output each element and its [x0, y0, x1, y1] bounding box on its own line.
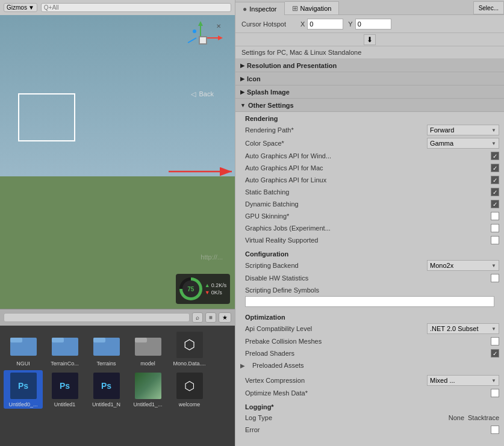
logging-header: Logging*	[235, 401, 504, 412]
preloaded-assets-arrow: ▶	[240, 362, 247, 369]
log-type-label: Log Type	[240, 414, 449, 421]
graphics-jobs-row: Graphics Jobs (Experiment...	[235, 222, 504, 234]
section-other[interactable]: ▼ Other Settings	[235, 99, 504, 112]
auto-graphics-windows-checkbox[interactable]	[491, 152, 499, 160]
optimize-mesh-value	[491, 389, 499, 397]
stat-up-row: ▲ 0.2K/s	[205, 282, 226, 288]
scripting-backend-row: Scripting Backend Mono2x ▼	[235, 259, 504, 272]
optimize-mesh-checkbox[interactable]	[491, 389, 499, 397]
vertex-compression-dropdown[interactable]: Mixed ... ▼	[427, 375, 499, 386]
file-item-monodata[interactable]: ⬡ Mono.Data....	[170, 329, 209, 368]
error-row: Error	[235, 424, 504, 436]
x-input[interactable]	[307, 19, 343, 29]
vr-supported-label: Virtual Reality Supported	[240, 237, 491, 244]
file-label-terrainco: TerrainCo...	[51, 361, 79, 367]
prebake-row: Prebake Collision Meshes	[235, 335, 504, 347]
scripting-define-input[interactable]	[245, 296, 494, 307]
icon-welcome: ⬡	[175, 371, 204, 400]
vertex-compression-value: Mixed ... ▼	[427, 375, 499, 386]
auto-graphics-linux-value	[491, 176, 499, 184]
icon-untitled1: Ps	[51, 371, 79, 400]
file-item-untitled1n[interactable]: Ps Untitled1_N	[87, 370, 126, 409]
inspector-tab-icon: ●	[243, 5, 247, 13]
gizmos-arrow: ▼	[28, 4, 34, 11]
disable-hw-checkbox[interactable]	[491, 274, 499, 282]
scripting-backend-dropdown[interactable]: Mono2x ▼	[427, 260, 499, 271]
file-label-untitled1s: Untitled1_...	[133, 401, 162, 407]
section-resolution[interactable]: ▶ Resolution and Presentation	[235, 59, 504, 72]
folder-icon-model	[134, 330, 163, 359]
file-options-btn[interactable]: ≡	[205, 312, 216, 323]
scene-search[interactable]	[41, 3, 231, 12]
file-label-monodata: Mono.Data....	[173, 361, 205, 367]
rendering-path-dropdown[interactable]: Forward ▼	[427, 125, 499, 135]
rendering-path-value[interactable]: Forward ▼	[427, 125, 499, 135]
section-icon[interactable]: ▶ Icon	[235, 72, 504, 85]
dynamic-batching-checkbox[interactable]	[491, 200, 499, 208]
prebake-checkbox[interactable]	[491, 337, 499, 345]
graphics-jobs-checkbox[interactable]	[491, 224, 499, 232]
file-label-untitled0: Untitled0_...	[8, 401, 37, 407]
tab-navigation[interactable]: ⊞ Navigation	[285, 1, 340, 14]
scene-gizmo[interactable]: ✕	[187, 21, 223, 63]
log-type-stacktrace: Stacktrace	[468, 414, 499, 421]
file-star-btn[interactable]: ★	[219, 312, 231, 323]
other-label: Other Settings	[248, 102, 294, 109]
gpu-skinning-checkbox[interactable]	[491, 212, 499, 220]
icon-untitled1n: Ps	[92, 371, 121, 400]
scene-view[interactable]: ✕ ◁ Back http://... 75	[0, 15, 235, 309]
unity-logo: ⬡	[176, 332, 203, 358]
api-level-dropdown[interactable]: .NET 2.0 Subset ▼	[427, 323, 499, 334]
auto-graphics-mac-row: Auto Graphics API for Mac	[235, 162, 504, 174]
error-checkbox[interactable]	[491, 426, 499, 434]
preloaded-assets-label: Preloaded Assets	[247, 362, 499, 369]
color-space-dropdown[interactable]: Gamma ▼	[427, 138, 499, 149]
disable-hw-value	[491, 274, 499, 282]
logging-section: Logging* Log Type None Stacktrace Error	[235, 400, 504, 437]
color-space-row: Color Space* Gamma ▼	[235, 137, 504, 150]
select-button[interactable]: Selec...	[473, 1, 504, 14]
file-search[interactable]	[4, 313, 190, 322]
file-item-terrains[interactable]: Terrains	[87, 329, 126, 368]
static-batching-value	[491, 188, 499, 196]
rendering-section: Rendering Rendering Path* Forward ▼ Colo…	[235, 112, 504, 247]
back-label-text: Back	[199, 90, 214, 98]
file-item-untitled1s[interactable]: Untitled1_...	[128, 370, 167, 409]
scripting-define-input-row	[235, 296, 504, 309]
file-item-terrainco[interactable]: TerrainCo...	[45, 329, 84, 368]
log-type-value: None Stacktrace	[449, 414, 499, 421]
gizmos-dropdown[interactable]: Gizmos ▼	[4, 3, 37, 12]
file-item-welcome[interactable]: ⬡ welcome	[170, 370, 209, 409]
back-button[interactable]: ◁ Back	[191, 90, 214, 98]
svg-rect-3	[10, 338, 22, 342]
file-item-model[interactable]: model	[128, 329, 167, 368]
gizmo-close[interactable]: ✕	[216, 23, 221, 29]
preload-shaders-checkbox[interactable]	[491, 349, 499, 358]
section-splash[interactable]: ▶ Splash Image	[235, 85, 504, 99]
inspector-tab-label: Inspector	[249, 5, 276, 13]
file-item-untitled1[interactable]: Ps Untitled1	[45, 370, 84, 409]
rendering-path-arrow: ▼	[491, 128, 496, 133]
vr-supported-checkbox[interactable]	[491, 236, 499, 244]
auto-graphics-linux-checkbox[interactable]	[491, 176, 499, 184]
folder-icon-ngui	[9, 330, 38, 359]
gizmo-x-axis	[207, 37, 219, 39]
y-input[interactable]	[355, 19, 391, 29]
resolution-label: Resolution and Presentation	[247, 62, 337, 69]
vr-supported-value	[491, 236, 499, 244]
splash-arrow: ▶	[240, 89, 244, 95]
log-type-row: Log Type None Stacktrace	[235, 412, 504, 424]
file-item-untitled0[interactable]: Ps Untitled0_...	[4, 370, 43, 409]
import-button[interactable]: ⬇	[364, 34, 376, 45]
tab-inspector[interactable]: ● Inspector	[235, 2, 285, 15]
file-item-ngui[interactable]: NGUI	[4, 329, 43, 368]
scripting-backend-value: Mono2x ▼	[427, 260, 499, 271]
gizmo-z-axis	[188, 37, 197, 43]
auto-graphics-windows-label: Auto Graphics API for Wind...	[240, 152, 491, 160]
color-space-text: Gamma	[430, 140, 453, 147]
static-batching-checkbox[interactable]	[491, 188, 499, 196]
file-toolbar: ⌕ ≡ ★	[0, 309, 235, 326]
down-icon: ▼	[205, 290, 210, 296]
file-search-btn[interactable]: ⌕	[192, 312, 203, 323]
auto-graphics-mac-checkbox[interactable]	[491, 164, 499, 172]
